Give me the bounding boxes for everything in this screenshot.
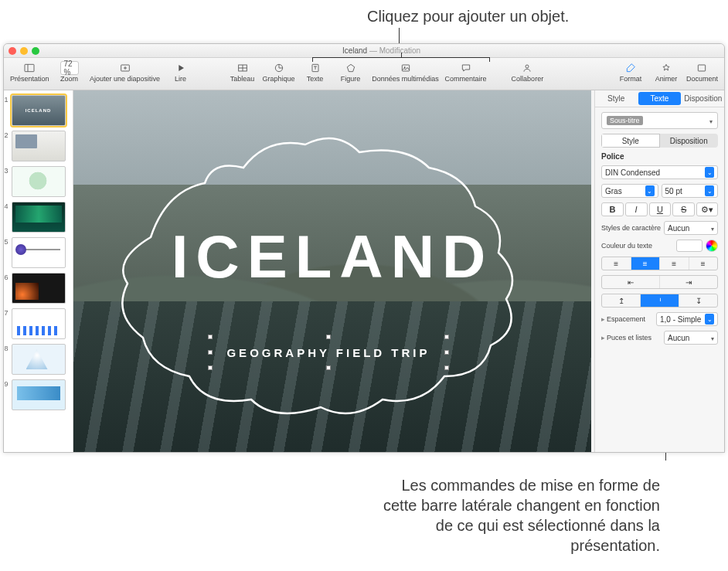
text-button[interactable]: Texte	[300, 61, 331, 83]
tab-style[interactable]: Style	[595, 90, 637, 107]
chevron-down-icon	[711, 224, 714, 233]
spacing-value: 1,0 - Simple	[660, 315, 701, 324]
shape-button[interactable]: Figure	[335, 61, 366, 83]
window-fullscreen-button[interactable]	[32, 47, 39, 55]
align-right-button[interactable]: ≡	[660, 257, 689, 270]
slide-thumb-2[interactable]: 2	[12, 131, 66, 161]
comment-button[interactable]: Commentaire	[445, 61, 487, 83]
font-family-value: DIN Condensed	[605, 168, 660, 177]
inspector-tabs: Style Texte Disposition	[595, 90, 724, 107]
toolbar: Présentation 72 % Zoom Ajouter une diapo…	[4, 58, 724, 90]
svg-rect-0	[25, 64, 34, 71]
add-slide-button[interactable]: Ajouter une diapositive	[90, 61, 161, 83]
subtab-layout[interactable]: Disposition	[660, 134, 719, 148]
italic-button[interactable]: I	[625, 202, 648, 216]
horizontal-align-segment: ≡ ≡ ≡ ≡	[601, 257, 718, 270]
slide-thumb-9[interactable]: 9	[12, 379, 66, 410]
slide-title[interactable]: ICELAND	[73, 222, 591, 292]
font-size-value: 50 pt	[665, 187, 682, 195]
bullets-value: Aucun	[668, 334, 689, 342]
slide-subtitle-box[interactable]: GEOGRAPHY FIELD TRIP	[213, 339, 444, 365]
slide-canvas[interactable]: ICELAND GEOGRAPHY FIELD TRIP	[73, 90, 594, 452]
add-slide-label: Ajouter une diapositive	[90, 75, 160, 83]
char-styles-label: Styles de caractère	[601, 224, 661, 232]
font-family-select[interactable]: DIN Condensed ⌄	[601, 165, 718, 179]
slide-thumb-3[interactable]: 3	[12, 166, 66, 197]
svg-point-15	[403, 66, 405, 68]
view-button[interactable]: Présentation	[10, 61, 49, 83]
selection-handles[interactable]	[210, 337, 447, 368]
align-center-button[interactable]: ≡	[631, 257, 661, 270]
doc-name: Iceland	[342, 46, 367, 55]
stepper-icon: ⌄	[705, 185, 714, 196]
callout-leader-top	[399, 28, 400, 45]
spacing-select[interactable]: 1,0 - Simple ⌄	[656, 312, 718, 326]
format-label: Format	[620, 75, 642, 83]
valign-middle-button[interactable]: ㆐	[641, 294, 679, 307]
gear-icon: ⚙︎▾	[701, 205, 713, 215]
table-label: Tableau	[230, 75, 255, 83]
tab-text[interactable]: Texte	[638, 92, 680, 105]
callout-sidebar: Les commandes de mise en forme de cette …	[366, 475, 660, 556]
animate-button[interactable]: Animer	[651, 61, 682, 83]
inspector-body: Sous-titre Style Disposition Police DIN …	[595, 107, 724, 349]
slide-thumb-1[interactable]: 1	[12, 95, 66, 126]
zoom-value: 72 %	[60, 61, 79, 75]
valign-top-button[interactable]: ↥	[602, 294, 641, 307]
slide-thumb-6[interactable]: 6	[12, 273, 66, 304]
slide-thumb-8[interactable]: 8	[12, 344, 66, 375]
comment-label: Commentaire	[445, 75, 487, 83]
svg-rect-14	[402, 65, 409, 71]
bullets-select[interactable]: Aucun	[664, 331, 718, 345]
collaborate-button[interactable]: Collaborer	[512, 61, 544, 83]
brush-icon	[621, 61, 640, 75]
bold-button[interactable]: B	[601, 202, 624, 216]
text-label: Texte	[307, 75, 324, 83]
color-wheel-button[interactable]	[706, 240, 718, 252]
paragraph-style-select[interactable]: Sous-titre	[601, 112, 718, 129]
window-title: Iceland — Modification	[43, 46, 719, 55]
shape-icon	[342, 61, 360, 75]
font-section-label: Police	[601, 152, 718, 161]
advanced-options-button[interactable]: ⚙︎▾	[696, 202, 718, 216]
align-justify-button[interactable]: ≡	[689, 257, 718, 270]
callout-add-object: Cliquez pour ajouter un objet.	[367, 6, 569, 26]
font-size-stepper[interactable]: 50 pt ⌄	[662, 184, 719, 198]
disclosure-icon[interactable]: ▸	[601, 315, 605, 323]
valign-bottom-button[interactable]: ↧	[679, 294, 717, 307]
font-style-value: Gras	[605, 187, 622, 195]
slide[interactable]: ICELAND GEOGRAPHY FIELD TRIP	[73, 90, 591, 453]
align-left-button[interactable]: ≡	[602, 257, 631, 270]
media-label: Données multimédias	[372, 75, 439, 83]
window-minimize-button[interactable]	[20, 47, 28, 55]
zoom-button[interactable]: 72 % Zoom	[54, 61, 85, 83]
table-button[interactable]: Tableau	[227, 61, 258, 83]
subtab-style[interactable]: Style	[601, 134, 660, 148]
slide-navigator[interactable]: 1 2 3 4 5 6 7 8 9	[4, 90, 73, 452]
font-style-buttons: B I U S ⚙︎▾	[601, 202, 718, 216]
font-style-select[interactable]: Gras ⌄	[601, 184, 658, 198]
chevron-down-icon	[709, 117, 713, 125]
slide-thumb-4[interactable]: 4	[12, 202, 66, 233]
outdent-button[interactable]: ⇤	[602, 276, 660, 288]
underline-button[interactable]: U	[649, 202, 672, 216]
media-button[interactable]: Données multimédias	[371, 61, 441, 83]
animate-label: Animer	[655, 75, 678, 83]
chevron-down-icon: ⌄	[645, 185, 655, 196]
play-button[interactable]: Lire	[165, 61, 196, 83]
tab-layout[interactable]: Disposition	[682, 90, 724, 107]
char-styles-select[interactable]: Aucun	[664, 221, 718, 235]
document-button[interactable]: Document	[686, 61, 718, 83]
slide-thumb-5[interactable]: 5	[12, 237, 66, 268]
format-button[interactable]: Format	[615, 61, 646, 83]
play-label: Lire	[175, 75, 186, 83]
document-icon	[692, 61, 711, 75]
plus-icon	[116, 61, 134, 75]
strikethrough-button[interactable]: S	[672, 202, 695, 216]
slide-thumb-7[interactable]: 7	[12, 308, 66, 339]
indent-button[interactable]: ⇥	[660, 276, 717, 288]
window-close-button[interactable]	[9, 47, 16, 55]
disclosure-icon[interactable]: ▸	[601, 334, 605, 342]
text-color-swatch[interactable]	[676, 240, 702, 252]
chart-button[interactable]: Graphique	[263, 61, 295, 83]
